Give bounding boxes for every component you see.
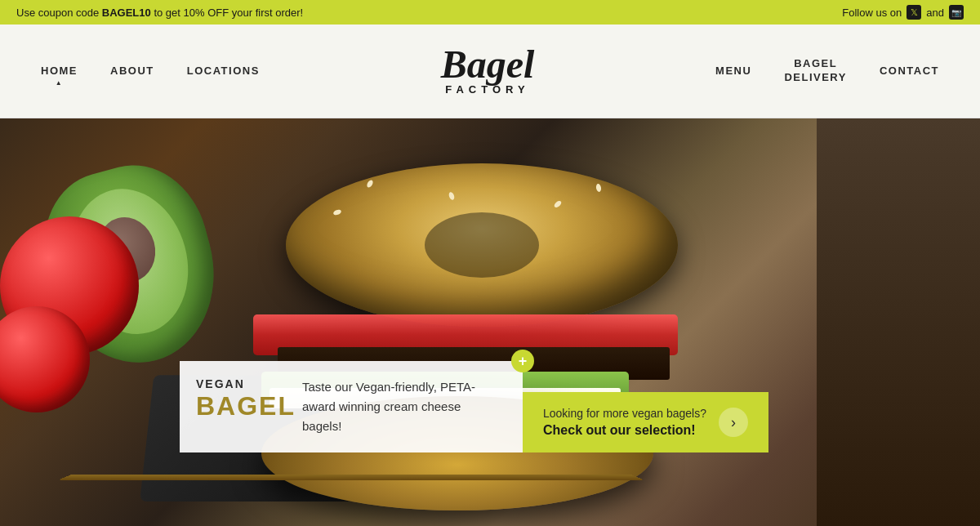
hero-section: VEGAN BAGEL Taste our Vegan-friendly, PE…	[0, 118, 980, 526]
top-banner: Use coupon code BAGEL10 to get 10% OFF y…	[0, 0, 980, 25]
nav-item-home[interactable]: HOME	[41, 65, 78, 78]
nav-item-locations[interactable]: LOCATIONS	[187, 65, 260, 78]
cta-line1: Looking for more vegan bagels?	[543, 407, 706, 420]
instagram-icon[interactable]	[949, 5, 964, 20]
nav-links-right: MENU BAGELDELIVERY CONTACT	[715, 57, 939, 85]
cta-arrow-icon[interactable]: ›	[719, 408, 748, 437]
nav-item-bagel-delivery[interactable]: BAGELDELIVERY	[784, 57, 847, 85]
bagel-label: BAGEL	[196, 393, 286, 419]
twitter-icon[interactable]	[906, 5, 921, 20]
navbar: HOME ABOUT LOCATIONS Bagel FACTORY MENU …	[0, 25, 980, 118]
cta-box[interactable]: Looking for more vegan bagels? Check out…	[523, 392, 768, 452]
nav-item-contact[interactable]: CONTACT	[880, 65, 939, 78]
vegan-label: VEGAN	[196, 377, 286, 390]
social-links: Follow us on and	[842, 5, 964, 20]
hero-background	[0, 118, 980, 526]
bg-right	[817, 118, 980, 526]
bagel-top	[286, 163, 678, 327]
logo[interactable]: Bagel FACTORY	[441, 47, 535, 96]
food-visual	[0, 118, 980, 526]
logo-text: Bagel	[441, 47, 535, 82]
coupon-code: BAGEL10	[102, 7, 151, 19]
nav-item-about[interactable]: ABOUT	[110, 65, 154, 78]
coupon-text: Use coupon code BAGEL10 to get 10% OFF y…	[16, 7, 303, 19]
info-box: VEGAN BAGEL Taste our Vegan-friendly, PE…	[180, 361, 523, 452]
cutting-board	[59, 475, 644, 480]
nav-links-left: HOME ABOUT LOCATIONS	[41, 65, 260, 78]
cta-line2: Check out our selection!	[543, 423, 706, 438]
navbar-inner: HOME ABOUT LOCATIONS Bagel FACTORY MENU …	[41, 47, 939, 96]
logo-sub: FACTORY	[441, 83, 535, 96]
info-box-description: Taste our Vegan-friendly, PETA-award win…	[302, 377, 502, 436]
nav-item-menu[interactable]: MENU	[715, 65, 751, 78]
info-box-plus-button[interactable]: +	[511, 350, 534, 372]
info-box-title: VEGAN BAGEL	[196, 377, 286, 419]
cta-text: Looking for more vegan bagels? Check out…	[543, 407, 706, 438]
